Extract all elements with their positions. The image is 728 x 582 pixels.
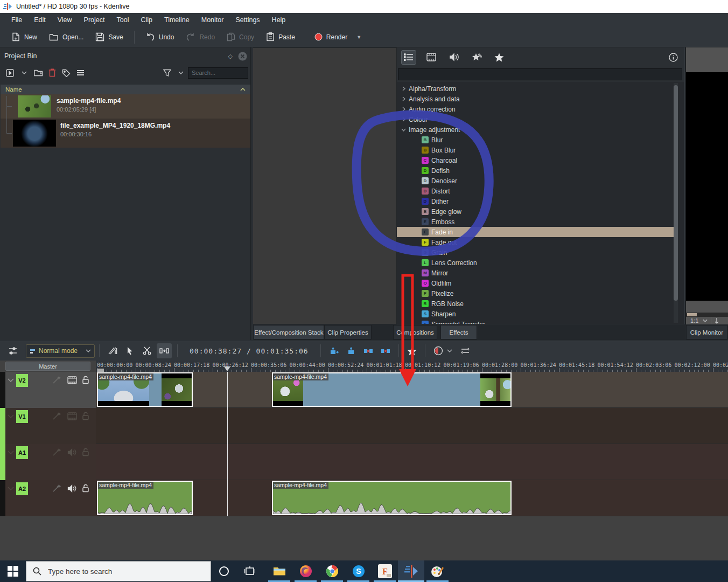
record-dropdown-chevron[interactable] <box>447 349 452 352</box>
effect-item-sharpen[interactable]: SSharpen <box>397 309 674 319</box>
insert-zone-icon[interactable] <box>326 343 341 358</box>
track-label[interactable]: V1 <box>16 410 28 423</box>
menu-tool[interactable]: Tool <box>110 13 135 27</box>
effect-item-mirror[interactable]: MMirror <box>397 268 674 278</box>
collapse-track-icon[interactable] <box>8 487 14 490</box>
lock-track-icon[interactable] <box>82 448 89 456</box>
track-header-v1[interactable]: V1 <box>0 408 96 444</box>
razor-tool-icon[interactable] <box>139 343 155 358</box>
track-label[interactable]: V2 <box>16 374 28 387</box>
menu-clip[interactable]: Clip <box>135 13 158 27</box>
lock-track-icon[interactable] <box>82 376 89 384</box>
start-button[interactable] <box>0 560 26 582</box>
effect-item-edge-glow[interactable]: EEdge glow <box>397 206 674 217</box>
expander-icon[interactable] <box>401 96 406 101</box>
taskbar-search-box[interactable] <box>26 561 211 581</box>
effect-item-pixelize[interactable]: PPixelize <box>397 288 674 299</box>
panel-close-icon[interactable] <box>238 52 247 61</box>
collapse-track-icon[interactable] <box>8 378 14 382</box>
audio-clip[interactable]: sample-mp4-file.mp4 <box>272 481 512 515</box>
taskbar-app-fusion-360[interactable]: F <box>372 560 398 582</box>
track-label[interactable]: A1 <box>16 446 28 459</box>
effect-item-emboss[interactable]: EEmboss <box>397 217 674 227</box>
menu-monitor[interactable]: Monitor <box>195 13 230 27</box>
effects-scrollbar[interactable] <box>674 83 678 323</box>
hide-track-icon[interactable] <box>67 376 77 384</box>
effect-item-lens-correction[interactable]: LLens Correction <box>397 258 674 268</box>
selection-tool-icon[interactable] <box>122 343 137 358</box>
effect-item-dither[interactable]: DDither <box>397 196 674 206</box>
task-view-button[interactable] <box>237 560 263 582</box>
menu-view[interactable]: View <box>52 13 78 27</box>
mute-track-icon[interactable] <box>67 448 76 456</box>
taskbar-app-kdenlive[interactable] <box>398 560 424 582</box>
timeline-ruler[interactable]: 00:00:00:0000:00:08:2400:00:17:1800:00:2… <box>96 361 728 372</box>
add-clip-icon[interactable] <box>3 66 17 79</box>
create-folder-icon[interactable] <box>31 66 45 79</box>
effect-item-rgb-noise[interactable]: RRGB Noise <box>397 299 674 309</box>
menu-timeline[interactable]: Timeline <box>158 13 195 27</box>
menu-file[interactable]: File <box>5 13 28 27</box>
show-transitions-icon[interactable] <box>469 50 484 65</box>
effect-category-audio-correction[interactable]: Audio correction <box>397 104 674 114</box>
info-icon[interactable] <box>666 50 681 65</box>
overwrite-zone-icon[interactable] <box>344 343 359 358</box>
collapse-track-icon[interactable] <box>8 451 14 454</box>
effect-category-image-adjustment[interactable]: Image adjustment <box>397 124 674 135</box>
paste-button[interactable]: Paste <box>260 29 301 45</box>
lock-track-icon[interactable] <box>82 412 89 420</box>
cortana-button[interactable] <box>211 560 237 582</box>
effect-item-denoiser[interactable]: DDenoiser <box>397 176 674 186</box>
open-button[interactable]: Open... <box>43 29 89 45</box>
effect-item-grain[interactable]: GGrain <box>397 247 674 258</box>
menu-edit[interactable]: Edit <box>28 13 52 27</box>
render-button[interactable]: Render ▼ <box>309 29 367 45</box>
hide-track-icon[interactable] <box>67 412 77 420</box>
expander-icon[interactable] <box>401 117 406 122</box>
show-audio-effects-icon[interactable] <box>446 50 461 65</box>
filter-dropdown-chevron[interactable] <box>174 66 188 79</box>
expander-icon[interactable] <box>401 127 406 132</box>
track-lane-v2[interactable]: sample-mp4-file.mp4sample-mp4-file.mp4 <box>96 372 728 408</box>
lift-zone-icon[interactable] <box>378 343 393 358</box>
monitor-audio-icon[interactable] <box>715 317 720 324</box>
extract-zone-icon[interactable] <box>361 343 376 358</box>
tab-clip-properties[interactable]: Clip Properties <box>324 325 372 340</box>
taskbar-search-input[interactable] <box>47 567 194 576</box>
bin-menu-icon[interactable] <box>73 66 87 79</box>
effect-item-distort[interactable]: DDistort <box>397 186 674 196</box>
tab-effect-composition-stack[interactable]: Effect/Composition Stack <box>254 325 324 340</box>
menu-project[interactable]: Project <box>78 13 111 27</box>
timeline-settings-icon[interactable] <box>458 343 473 358</box>
video-clip[interactable]: sample-mp4-file.mp4 <box>272 372 512 407</box>
render-dropdown-chevron[interactable]: ▼ <box>356 34 361 40</box>
expander-icon[interactable] <box>401 86 406 91</box>
track-lane-a2[interactable]: sample-mp4-file.mp4sample-mp4-file.mp4 <box>96 480 728 516</box>
lock-track-icon[interactable] <box>82 484 89 493</box>
video-clip[interactable]: sample-mp4-file.mp4 <box>97 372 193 407</box>
show-favorites-icon[interactable] <box>492 50 507 65</box>
track-header-a2[interactable]: A2 <box>0 480 96 516</box>
undo-button[interactable]: Undo <box>139 29 180 45</box>
panel-float-icon[interactable]: ◇ <box>228 53 233 60</box>
add-clip-dropdown-chevron[interactable] <box>17 66 31 79</box>
track-effects-icon[interactable] <box>52 376 61 384</box>
effect-item-oldfilm[interactable]: OOldfilm <box>397 278 674 288</box>
bin-search-input[interactable] <box>188 67 248 79</box>
effect-category-analysis-and-data[interactable]: Analysis and data <box>397 94 674 104</box>
track-header-a1[interactable]: A1 <box>0 444 96 480</box>
track-label[interactable]: A2 <box>16 482 28 495</box>
track-lane-a1[interactable] <box>96 444 728 480</box>
effect-item-box-blur[interactable]: BBox Blur <box>397 145 674 155</box>
tab-clip-monitor[interactable]: Clip Monitor <box>686 325 727 340</box>
zoom-dropdown-chevron[interactable] <box>703 319 708 322</box>
taskbar-app-firefox[interactable] <box>292 560 319 582</box>
effect-category-alpha-transform[interactable]: Alpha/Transform <box>397 84 674 94</box>
menu-settings[interactable]: Settings <box>229 13 265 27</box>
track-lane-v1[interactable] <box>96 408 728 444</box>
spacer-tool-icon[interactable] <box>157 343 172 358</box>
track-effects-icon[interactable] <box>52 484 61 493</box>
effects-search-input[interactable] <box>398 68 682 80</box>
save-button[interactable]: Save <box>89 29 129 45</box>
taskbar-app-file-explorer[interactable] <box>266 560 292 582</box>
